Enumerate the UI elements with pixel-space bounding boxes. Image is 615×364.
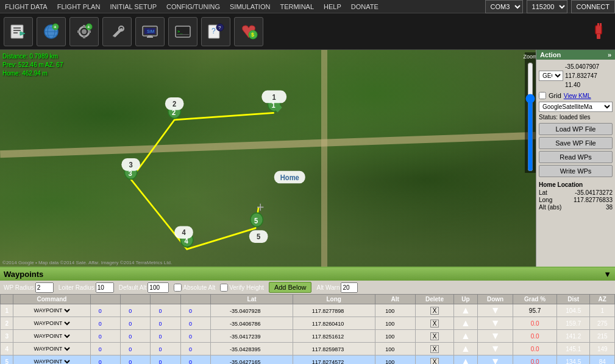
alt-input[interactable] <box>385 346 405 352</box>
row-down[interactable]: ▼ <box>477 317 513 330</box>
v3-input[interactable] <box>159 321 172 327</box>
command-select[interactable]: WAYPOINT <box>31 345 72 352</box>
v2-input[interactable] <box>129 308 142 314</box>
v1-input[interactable] <box>99 321 112 327</box>
row-v2[interactable] <box>120 355 150 365</box>
command-select[interactable]: WAYPOINT <box>31 307 72 314</box>
donate-button[interactable]: $ <box>234 17 263 46</box>
default-alt-input[interactable] <box>148 282 169 293</box>
row-v4[interactable] <box>180 355 210 365</box>
up-arrow[interactable]: ▲ <box>461 356 471 364</box>
v3-input[interactable] <box>159 308 172 314</box>
v1-input[interactable] <box>99 359 112 365</box>
loiter-radius-input[interactable] <box>96 282 114 293</box>
v4-input[interactable] <box>189 334 202 340</box>
expand-icon[interactable]: » <box>608 51 611 58</box>
row-v1[interactable] <box>90 317 120 330</box>
v3-input[interactable] <box>159 346 172 352</box>
row-v3[interactable] <box>151 304 180 317</box>
menu-terminal[interactable]: TERMINAL <box>275 1 319 12</box>
up-arrow[interactable]: ▲ <box>461 343 471 354</box>
v4-input[interactable] <box>189 346 202 352</box>
command-select[interactable]: WAYPOINT <box>31 332 72 340</box>
add-below-button[interactable]: Add Below <box>269 282 312 293</box>
config-button[interactable] <box>102 17 132 46</box>
row-v1[interactable] <box>90 343 120 355</box>
alt-input[interactable] <box>385 359 405 365</box>
map-type-select[interactable]: GoogleSatelliteMa <box>539 102 613 112</box>
row-up[interactable]: ▲ <box>454 330 478 343</box>
up-arrow[interactable]: ▲ <box>461 331 471 341</box>
v4-input[interactable] <box>189 308 202 314</box>
delete-button[interactable]: X <box>430 345 439 353</box>
v1-input[interactable] <box>99 334 112 340</box>
alt-input[interactable] <box>385 308 405 314</box>
row-lat[interactable] <box>211 355 293 365</box>
long-input[interactable] <box>312 359 356 365</box>
initial-setup-button[interactable]: + <box>69 17 99 46</box>
up-arrow[interactable]: ▲ <box>461 305 471 315</box>
v3-input[interactable] <box>159 359 172 365</box>
lat-input[interactable] <box>230 346 274 352</box>
menu-help[interactable]: HELP <box>319 1 346 12</box>
menu-flight-data[interactable]: FLIGHT DATA <box>0 1 52 12</box>
row-delete[interactable]: X <box>415 355 453 365</box>
row-v1[interactable] <box>90 330 120 343</box>
write-wps-button[interactable]: Write WPs <box>539 165 613 177</box>
menu-config-tuning[interactable]: CONFIG/TUNING <box>162 1 225 12</box>
v3-input[interactable] <box>159 334 172 340</box>
v4-input[interactable] <box>189 359 202 365</box>
delete-button[interactable]: X <box>430 332 439 340</box>
row-v4[interactable] <box>180 330 210 343</box>
row-alt[interactable] <box>375 355 415 365</box>
menu-flight-plan[interactable]: FLIGHT PLAN <box>52 1 105 12</box>
simulation-button[interactable]: SIM <box>135 17 165 46</box>
row-up[interactable]: ▲ <box>454 304 478 317</box>
flight-data-button[interactable] <box>4 17 33 46</box>
row-long[interactable] <box>293 355 375 365</box>
com-port-select[interactable]: COM3 <box>485 0 523 13</box>
terminal-button[interactable]: >_ <box>168 17 197 46</box>
row-lat[interactable] <box>211 317 293 330</box>
row-v2[interactable] <box>120 317 150 330</box>
wp-radius-input[interactable] <box>35 282 54 293</box>
down-arrow[interactable]: ▼ <box>491 356 500 364</box>
row-up[interactable]: ▲ <box>454 355 478 365</box>
view-kml-link[interactable]: View KML <box>564 93 591 99</box>
save-wp-file-button[interactable]: Save WP File <box>539 137 613 149</box>
row-v2[interactable] <box>120 330 150 343</box>
alt-warn-input[interactable] <box>341 282 358 293</box>
row-v3[interactable] <box>151 330 180 343</box>
delete-button[interactable]: X <box>430 307 439 315</box>
delete-button[interactable]: X <box>430 320 439 327</box>
row-v4[interactable] <box>180 317 210 330</box>
row-up[interactable]: ▲ <box>454 343 478 355</box>
row-delete[interactable]: X <box>415 304 453 317</box>
long-input[interactable] <box>312 346 356 352</box>
row-down[interactable]: ▼ <box>477 343 513 355</box>
up-arrow[interactable]: ▲ <box>461 318 471 328</box>
row-v3[interactable] <box>151 317 180 330</box>
row-lat[interactable] <box>211 304 293 317</box>
row-v4[interactable] <box>180 304 210 317</box>
v2-input[interactable] <box>129 321 142 327</box>
absolute-alt-checkbox[interactable] <box>174 284 182 292</box>
row-delete[interactable]: X <box>415 330 453 343</box>
down-arrow[interactable]: ▼ <box>491 318 500 328</box>
v1-input[interactable] <box>99 308 112 314</box>
row-down[interactable]: ▼ <box>477 330 513 343</box>
help-button[interactable]: ? ? <box>201 17 230 46</box>
long-input[interactable] <box>312 321 356 327</box>
alt-input[interactable] <box>385 321 405 327</box>
waypoints-table-container[interactable]: Command Lat Long Alt Delete Up Down Grad… <box>0 294 615 364</box>
alt-input[interactable] <box>385 334 405 340</box>
row-v1[interactable] <box>90 304 120 317</box>
flight-plan-button[interactable]: + <box>37 17 66 46</box>
row-delete[interactable]: X <box>415 343 453 355</box>
waypoints-collapse-icon[interactable]: ▼ <box>603 270 611 279</box>
delete-button[interactable]: X <box>430 358 439 365</box>
v2-input[interactable] <box>129 334 142 340</box>
row-delete[interactable]: X <box>415 317 453 330</box>
v1-input[interactable] <box>99 346 112 352</box>
lat-input[interactable] <box>230 308 274 314</box>
